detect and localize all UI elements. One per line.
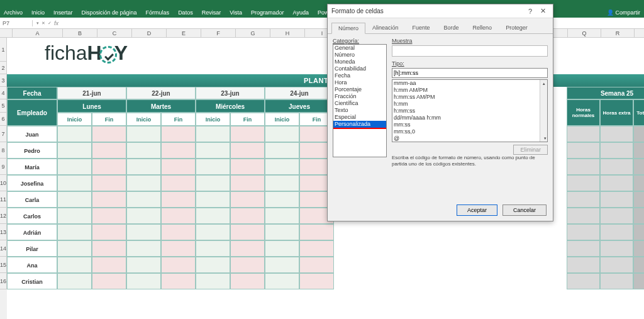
dialog-tab-fuente[interactable]: Fuente bbox=[406, 22, 437, 33]
cell-total[interactable] bbox=[633, 126, 644, 142]
cell-total[interactable] bbox=[600, 175, 633, 191]
delete-button[interactable]: Eliminar bbox=[513, 145, 548, 155]
cell-fin[interactable] bbox=[230, 257, 265, 273]
cell-total[interactable] bbox=[567, 142, 600, 159]
dialog-tab-alineación[interactable]: Alineación bbox=[365, 22, 406, 33]
row-header[interactable]: 4 bbox=[0, 87, 7, 99]
category-list[interactable]: GeneralNúmeroMonedaContabilidadFechaHora… bbox=[333, 44, 387, 157]
category-item[interactable]: Personalizada bbox=[333, 121, 386, 129]
cell-inicio[interactable] bbox=[196, 142, 230, 159]
cell-total[interactable] bbox=[600, 257, 633, 273]
cell-total[interactable] bbox=[600, 208, 633, 224]
cell-fin[interactable] bbox=[92, 257, 126, 273]
row-header[interactable]: 15 bbox=[0, 257, 7, 273]
cell-total[interactable] bbox=[567, 208, 600, 224]
cell-fin[interactable] bbox=[161, 257, 196, 273]
row-header[interactable]: 14 bbox=[0, 240, 7, 257]
cell-inicio[interactable] bbox=[265, 240, 299, 257]
row-header[interactable]: 6 bbox=[0, 113, 7, 126]
cell-inicio[interactable] bbox=[126, 257, 161, 273]
employee-cell[interactable]: María bbox=[7, 159, 57, 175]
cell-total[interactable] bbox=[633, 240, 644, 257]
cell-total[interactable] bbox=[567, 191, 600, 208]
cell-inicio[interactable] bbox=[57, 191, 92, 208]
row-header[interactable]: 1 bbox=[0, 38, 7, 62]
cell-total[interactable] bbox=[633, 273, 644, 289]
cell-inicio[interactable] bbox=[196, 208, 230, 224]
cell-fin[interactable] bbox=[230, 142, 265, 159]
cell-inicio[interactable] bbox=[265, 126, 299, 142]
scroll-down-icon[interactable]: ▾ bbox=[541, 135, 548, 142]
cell-inicio[interactable] bbox=[265, 257, 299, 273]
cell-fin[interactable] bbox=[230, 208, 265, 224]
menu-archivo[interactable]: Archivo bbox=[4, 9, 23, 16]
cell-inicio[interactable] bbox=[57, 175, 92, 191]
cell-inicio[interactable] bbox=[196, 224, 230, 240]
dialog-tab-relleno[interactable]: Relleno bbox=[466, 22, 499, 33]
employee-cell[interactable]: Juan bbox=[7, 126, 57, 142]
col-header[interactable]: R bbox=[601, 29, 635, 37]
cell-total[interactable] bbox=[600, 126, 633, 142]
cell-inicio[interactable] bbox=[265, 142, 299, 159]
type-input[interactable] bbox=[392, 68, 548, 78]
cell-fin[interactable] bbox=[230, 175, 265, 191]
cell-total[interactable] bbox=[567, 224, 600, 240]
cancel-button[interactable]: Cancelar bbox=[502, 204, 547, 216]
cell-total[interactable] bbox=[567, 273, 600, 289]
type-item[interactable]: h:mm bbox=[392, 101, 547, 108]
cell-inicio[interactable] bbox=[265, 175, 299, 191]
employee-cell[interactable]: Adrián bbox=[7, 224, 57, 240]
type-list[interactable]: mmm-aah:mm AM/PMh:mm:ss AM/PMh:mmh:mm:ss… bbox=[392, 79, 548, 142]
cell-total[interactable] bbox=[633, 191, 644, 208]
category-item[interactable]: Fecha bbox=[333, 72, 386, 79]
employee-cell[interactable]: Pedro bbox=[7, 142, 57, 159]
type-item[interactable]: h:mm AM/PM bbox=[392, 87, 547, 94]
close-icon[interactable]: ✕ bbox=[536, 7, 549, 15]
cell-fin[interactable] bbox=[92, 191, 126, 208]
cell-fin[interactable] bbox=[299, 224, 334, 240]
col-header[interactable]: B bbox=[63, 29, 97, 37]
cell-inicio[interactable] bbox=[196, 126, 230, 142]
cell-fin[interactable] bbox=[299, 273, 334, 289]
cell-fin[interactable] bbox=[161, 126, 196, 142]
cell-fin[interactable] bbox=[92, 240, 126, 257]
cell-inicio[interactable] bbox=[126, 126, 161, 142]
cell-inicio[interactable] bbox=[57, 142, 92, 159]
name-box[interactable]: P7 bbox=[0, 20, 33, 26]
cell-fin[interactable] bbox=[92, 142, 126, 159]
cell-fin[interactable] bbox=[161, 142, 196, 159]
cell-total[interactable] bbox=[600, 240, 633, 257]
type-item[interactable]: dd/mm/aaaa h:mm bbox=[392, 115, 547, 121]
row-header[interactable]: 9 bbox=[0, 159, 7, 175]
cell-fin[interactable] bbox=[161, 240, 196, 257]
col-header[interactable]: C bbox=[97, 29, 132, 37]
cell-fin[interactable] bbox=[92, 126, 126, 142]
cell-fin[interactable] bbox=[230, 240, 265, 257]
type-item[interactable]: @ bbox=[392, 135, 547, 142]
row-header[interactable]: 5 bbox=[0, 99, 7, 113]
cell-total[interactable] bbox=[633, 257, 644, 273]
cell-fin[interactable] bbox=[161, 273, 196, 289]
cell-total[interactable] bbox=[633, 175, 644, 191]
cell-total[interactable] bbox=[633, 208, 644, 224]
type-item[interactable]: h:mm:ss bbox=[392, 108, 547, 115]
share-button[interactable]: 👤 Compartir bbox=[607, 9, 640, 16]
type-item[interactable]: mm:ss,0 bbox=[392, 128, 547, 135]
row-header[interactable]: 16 bbox=[0, 273, 7, 289]
menu-ayuda[interactable]: Ayuda bbox=[293, 9, 309, 16]
employee-cell[interactable]: Pilar bbox=[7, 240, 57, 257]
cell-inicio[interactable] bbox=[57, 224, 92, 240]
col-header[interactable]: F bbox=[201, 29, 236, 37]
cell-total[interactable] bbox=[600, 142, 633, 159]
dialog-tab-borde[interactable]: Borde bbox=[437, 22, 466, 33]
cell-total[interactable] bbox=[633, 142, 644, 159]
col-header[interactable]: Q bbox=[568, 29, 601, 37]
cell-inicio[interactable] bbox=[57, 240, 92, 257]
namebox-dropdown-icon[interactable]: ▾ bbox=[36, 21, 39, 26]
type-item[interactable]: mmm-aa bbox=[392, 80, 547, 87]
cell-inicio[interactable] bbox=[57, 159, 92, 175]
cell-fin[interactable] bbox=[92, 159, 126, 175]
menu-vista[interactable]: Vista bbox=[230, 9, 242, 16]
cell-inicio[interactable] bbox=[265, 224, 299, 240]
cell-fin[interactable] bbox=[92, 224, 126, 240]
